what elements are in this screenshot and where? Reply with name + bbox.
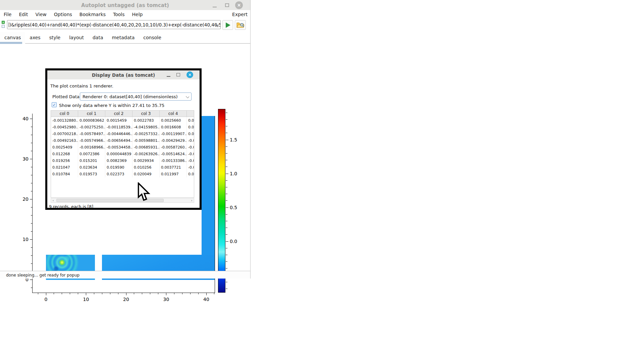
colorbar-minor-tick — [226, 194, 227, 194]
colorbar-minor-tick — [226, 200, 227, 201]
table-cell: -0.0 — [187, 144, 194, 150]
colorbar-tick-label: 1.5 — [230, 137, 237, 142]
menu-item-help[interactable]: Help — [128, 10, 147, 17]
menubar: FileEditViewOptionsBookmarksToolsHelp Ex… — [0, 10, 250, 19]
table-header-cell[interactable] — [187, 111, 194, 117]
table-cell: -0.00574966... — [78, 137, 105, 144]
table-cell: 0.00 — [187, 171, 194, 177]
table-row[interactable]: 0.0107840.0195730.0223730.0200490.011997… — [51, 171, 194, 177]
x-tick-label: 0 — [39, 297, 53, 302]
table-cell: 0.010256 — [132, 164, 160, 171]
dialog-maximize-icon[interactable] — [176, 73, 180, 76]
table-cell: -0.00598801... — [132, 137, 160, 144]
table-cell: 0.0015459 — [105, 117, 132, 124]
colorbar-major-tick — [226, 241, 228, 242]
menu-item-options[interactable]: Options — [50, 10, 76, 17]
menu-item-file[interactable]: File — [0, 10, 15, 17]
table-cell: -0.00578497... — [78, 130, 105, 137]
table-header-cell[interactable]: col 2 — [105, 111, 132, 117]
display-data-dialog: Display Data (as tomcat) × The plot cont… — [45, 68, 202, 210]
table-header-cell[interactable]: col 4 — [160, 111, 187, 117]
y-tick-label: 10 — [18, 237, 29, 242]
play-icon — [226, 22, 230, 28]
menu-item-view[interactable]: View — [32, 10, 50, 17]
colorbar-tick-label: 1.0 — [230, 171, 237, 176]
scroll-right-icon[interactable]: › — [190, 198, 194, 202]
dialog-close-icon[interactable]: × — [186, 71, 193, 78]
menu-item-bookmarks[interactable]: Bookmarks — [76, 10, 109, 17]
table-cell: -0.00587260... — [160, 144, 187, 150]
open-file-button[interactable] — [235, 20, 246, 30]
colorbar-minor-tick — [226, 113, 227, 113]
x-tick-label: 30 — [160, 297, 173, 302]
table-row[interactable]: -0.00492163...-0.00574966...-0.00656494.… — [51, 137, 194, 144]
go-button[interactable] — [222, 20, 233, 30]
table-cell: 0.021047 — [51, 164, 78, 171]
table-cell: 0.012268 — [51, 150, 78, 157]
scroll-left-icon[interactable]: ‹ — [51, 198, 55, 202]
x-tick-label: 20 — [119, 297, 133, 302]
table-hscrollbar[interactable]: ‹ › — [51, 198, 194, 203]
colorbar-minor-tick — [226, 261, 227, 262]
text-caret — [9, 22, 9, 27]
table-cell: -0.00492163... — [51, 137, 78, 144]
blue-square-icon — [2, 25, 5, 28]
table-header-cell[interactable]: col 1 — [78, 111, 105, 117]
table-row[interactable]: 0.0210470.0236340.0195900.0102560.003772… — [51, 164, 194, 171]
colorbar-minor-tick — [226, 167, 227, 167]
close-icon[interactable]: × — [235, 1, 243, 9]
window-titlebar[interactable]: Autoplot untagged (as tomcat) × — [0, 0, 250, 10]
table-cell: 0.023634 — [78, 164, 105, 171]
tab-layout[interactable]: layout — [65, 32, 88, 44]
folder-inspect-icon — [236, 22, 245, 28]
expert-mode-label[interactable]: Expert — [232, 12, 248, 17]
uri-input[interactable]: )&ripples(40,40)+rand(40,40)*(exp(-dista… — [7, 20, 221, 29]
combo-chevron-down-icon — [186, 95, 189, 98]
minimize-icon[interactable] — [213, 7, 217, 7]
colorbar-minor-tick — [226, 268, 227, 268]
table-header-cell[interactable]: col 0 — [51, 111, 78, 117]
dialog-titlebar[interactable]: Display Data (as tomcat) × — [47, 70, 200, 79]
tab-console[interactable]: console — [139, 32, 166, 44]
colorbar-major-tick — [226, 174, 228, 174]
mouse-cursor — [137, 182, 151, 201]
colorbar-minor-tick — [226, 248, 227, 248]
table-cell: -0.00700218... — [51, 130, 78, 137]
menu-item-tools[interactable]: Tools — [109, 10, 128, 17]
tab-data[interactable]: data — [88, 32, 108, 44]
table-row[interactable]: -0.00452980...-0.00275250...-0.00118539.… — [51, 124, 194, 130]
status-bar: done sleeping... get ready for popup — [0, 271, 250, 279]
y-axis-line — [32, 114, 33, 293]
table-row[interactable]: 0.0122680.00723860.000044839-0.00263926.… — [51, 150, 194, 157]
colorbar[interactable] — [218, 109, 225, 293]
colorbar-major-tick — [226, 207, 228, 208]
table-cell: 0.0025409 — [51, 144, 78, 150]
filter-checkbox[interactable]: ✓ — [52, 102, 57, 107]
table-cell: 0.015201 — [78, 157, 105, 164]
table-header-cell[interactable]: col 3 — [132, 111, 160, 117]
x-major-tick — [166, 293, 166, 295]
maximize-icon[interactable] — [225, 3, 229, 7]
table-cell: -0.00656494... — [105, 137, 132, 144]
tab-style[interactable]: style — [45, 32, 65, 44]
table-row[interactable]: -0.00132880...0.0000836620.00154590.0022… — [51, 117, 194, 124]
selected-tab-indicator — [0, 42, 22, 44]
colorbar-major-tick — [226, 140, 228, 140]
tab-metadata[interactable]: metadata — [107, 32, 139, 44]
menu-item-edit[interactable]: Edit — [15, 10, 32, 17]
table-cell: 0.0037721 — [160, 164, 187, 171]
colorbar-minor-tick — [226, 133, 227, 133]
colorbar-minor-tick — [226, 289, 227, 289]
plotted-data-select[interactable]: Renderer 0: dataset[40,40] (dimensionles… — [80, 93, 192, 101]
dialog-body: The plot contains 1 renderer. Plotted Da… — [47, 79, 200, 208]
dialog-minimize-icon[interactable] — [167, 76, 170, 77]
colorbar-minor-tick — [226, 119, 227, 120]
colorbar-minor-tick — [226, 282, 227, 282]
table-cell: 0.0016608 — [160, 124, 187, 130]
table-row[interactable]: 0.0025409-0.00168966...-0.00534458...-0.… — [51, 144, 194, 150]
table-cell: 0.022373 — [105, 171, 132, 177]
table-row[interactable]: -0.00700218...-0.00578497...-0.00446446.… — [51, 130, 194, 137]
table-row[interactable]: 0.0192560.0152010.00823690.0029934-0.001… — [51, 157, 194, 164]
filter-checkbox-label: Show only data where Y is within 27.41 t… — [59, 103, 164, 108]
tab-axes[interactable]: axes — [25, 32, 45, 44]
